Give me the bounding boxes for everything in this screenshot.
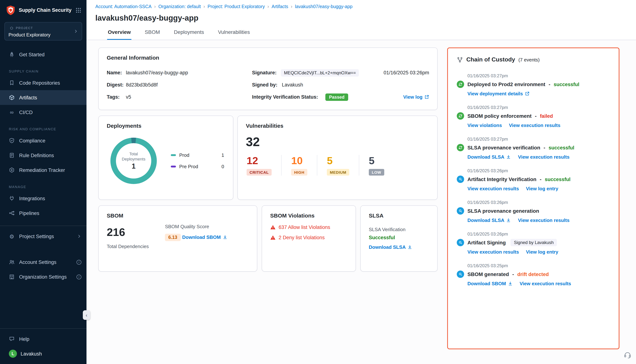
breadcrumb-artifacts[interactable]: Artifacts xyxy=(272,4,288,9)
page-title: lavakush07/easy-buggy-app xyxy=(95,14,636,22)
breadcrumb-artifact-name[interactable]: lavakush07/easy-buggy-app xyxy=(295,4,352,9)
slsa-body: SLSA Verification Successful Download SL… xyxy=(369,227,429,250)
sidebar-item-remediation-tracker[interactable]: Remediation Tracker xyxy=(0,163,86,178)
sidebar-item-code-repositories[interactable]: Code Repositories xyxy=(0,76,86,90)
view-execution-results-link[interactable]: View execution results xyxy=(468,249,519,255)
view-execution-results-link[interactable]: View execution results xyxy=(518,218,570,223)
building-icon xyxy=(9,274,15,280)
sbom-right: SBOM Quality Score 6.13 Download SBOM xyxy=(165,224,227,249)
sbom-left: 216 Total Dependencies xyxy=(107,218,149,249)
chain-of-custody-header: Chain of Custody (7 events) xyxy=(457,56,610,63)
event-separator: - xyxy=(540,176,542,182)
slsa-card: SLSA SLSA Verification Successful Downlo… xyxy=(360,205,438,272)
general-info-left: Name: lavakush07/easy-buggy-app Digest: … xyxy=(107,66,231,103)
link-label: View log xyxy=(403,94,422,100)
view-violations-link[interactable]: View violations xyxy=(468,122,502,128)
hexagon-icon xyxy=(9,167,15,173)
allow-list-violations-link[interactable]: 637 Allow list Violations xyxy=(278,224,330,230)
sidebar-item-cicd[interactable]: ∞ CI/CD xyxy=(0,105,86,120)
sidebar-item-account-settings[interactable]: Account Settings i xyxy=(0,255,86,270)
link-label: View execution results xyxy=(468,186,519,192)
view-execution-results-link[interactable]: View execution results xyxy=(468,186,519,192)
event-separator: - xyxy=(548,81,550,87)
download-sbom-link[interactable]: Download SBOM xyxy=(182,234,227,240)
view-execution-results-link[interactable]: View execution results xyxy=(520,281,571,286)
severity-badge: HIGH xyxy=(291,169,307,176)
tab-vulnerabilities[interactable]: Vulnerabilities xyxy=(217,26,250,40)
download-slsa-link[interactable]: Download SLSA xyxy=(468,154,511,160)
info-icon: i xyxy=(76,274,81,279)
sidebar-item-integrations[interactable]: Integrations xyxy=(0,191,86,206)
link-label: View log entry xyxy=(526,186,558,192)
legend-item-pre-prod: Pre Prod 0 xyxy=(171,164,224,169)
info-icon: i xyxy=(76,260,81,264)
donut-center-value: 1 xyxy=(132,162,136,170)
timeline-event: 01/16/2025 03:25pm SBOM generated - drif… xyxy=(457,263,610,286)
sidebar-item-artifacts[interactable]: Artifacts xyxy=(0,90,86,105)
view-log-entry-link[interactable]: View log entry xyxy=(526,186,558,192)
view-log-link[interactable]: View log xyxy=(403,94,429,100)
sidebar-item-get-started[interactable]: Get Started xyxy=(0,47,86,62)
severity-row: 12 CRITICAL 10 HIGH 5 MEDIUM xyxy=(246,155,429,176)
timeline-event: 01/16/2025 03:27pm Deployed to Prod2 env… xyxy=(457,73,610,96)
sidebar-item-help[interactable]: Help xyxy=(0,332,86,346)
app-window: Supply Chain Security PROJECT Product Ex… xyxy=(0,0,636,364)
sbom-total: 216 xyxy=(107,226,149,238)
timeline-event: 01/16/2025 03:26pm SLSA provenance gener… xyxy=(457,200,610,223)
sidebar-item-label: Get Started xyxy=(19,52,81,57)
sidebar-item-rule-definitions[interactable]: Rule Definitions xyxy=(0,148,86,163)
deny-list-violations-link[interactable]: 2 Deny list Violations xyxy=(278,235,324,240)
event-title: Artifact Integrity Verification xyxy=(468,176,536,182)
event-status: successful xyxy=(554,82,580,87)
sidebar-divider xyxy=(0,328,86,329)
view-deployment-details-link[interactable]: View deployment details xyxy=(468,91,530,96)
section-label-manage: MANAGE xyxy=(9,185,86,189)
plug-icon xyxy=(9,196,15,201)
severity-badge: CRITICAL xyxy=(246,169,272,176)
breadcrumb-organization[interactable]: Organization: default xyxy=(158,4,201,9)
warning-triangle-icon xyxy=(270,224,276,230)
event-separator: - xyxy=(512,271,514,277)
sidebar-item-compliance[interactable]: Compliance xyxy=(0,133,86,148)
pre-prod-swatch xyxy=(171,166,176,168)
scan-step-icon xyxy=(457,239,464,246)
tab-sbom[interactable]: SBOM xyxy=(144,26,161,40)
gear-icon: ⚙ xyxy=(9,233,15,239)
sidebar-item-organization-settings[interactable]: Organization Settings i xyxy=(0,270,86,284)
sidebar-collapse-handle[interactable]: ‹ xyxy=(83,310,90,320)
link-label: Download SBOM xyxy=(468,281,506,286)
support-headset-icon[interactable] xyxy=(624,351,632,360)
breadcrumb-separator: › xyxy=(265,4,272,9)
download-slsa-link[interactable]: Download SLSA xyxy=(369,244,412,250)
sidebar-item-label: Compliance xyxy=(19,138,81,143)
general-info-grid: Name: lavakush07/easy-buggy-app Digest: … xyxy=(107,66,429,103)
download-icon xyxy=(408,245,412,250)
sidebar-item-project-settings[interactable]: ⚙ Project Settings xyxy=(0,229,86,244)
view-execution-results-link[interactable]: View execution results xyxy=(518,154,570,160)
integrity-status-badge: Passed xyxy=(325,93,348,101)
legend-item-prod: Prod 1 xyxy=(171,152,224,158)
deployments-card: Deployments Total Deployments 1 xyxy=(98,116,233,200)
tab-deployments[interactable]: Deployments xyxy=(173,26,205,40)
project-selector[interactable]: PROJECT Product Exploratory xyxy=(4,22,82,40)
sidebar-item-label: Code Repositories xyxy=(19,80,81,86)
pipeline-step-icon xyxy=(457,80,464,88)
deny-list-violations-row: 2 Deny list Violations xyxy=(270,235,348,240)
scan-step-icon xyxy=(457,270,464,278)
sidebar-item-pipelines[interactable]: Pipelines xyxy=(0,206,86,220)
apps-grid-icon[interactable] xyxy=(76,7,81,13)
download-sbom-link[interactable]: Download SBOM xyxy=(468,281,512,286)
breadcrumb-account[interactable]: Account: Automation-SSCA xyxy=(95,4,152,9)
breadcrumb-project[interactable]: Project: Product Exploratory xyxy=(208,4,265,9)
user-menu[interactable]: L Lavakush xyxy=(0,346,86,364)
view-execution-results-link[interactable]: View execution results xyxy=(509,122,560,128)
general-information-card: General Information Name: lavakush07/eas… xyxy=(98,48,438,110)
digest-label: Digest: xyxy=(107,82,126,88)
tags-row: Tags: v5 xyxy=(107,91,231,103)
timeline-event: 01/16/2025 03:27pm SLSA provenance verif… xyxy=(457,136,610,160)
tab-overview[interactable]: Overview xyxy=(107,26,132,40)
download-slsa-link[interactable]: Download SLSA xyxy=(468,218,511,223)
view-log-entry-link[interactable]: View log entry xyxy=(526,249,558,255)
digest-value: 8d23bd3b5d8f xyxy=(126,82,158,88)
event-status: failed xyxy=(540,113,553,119)
